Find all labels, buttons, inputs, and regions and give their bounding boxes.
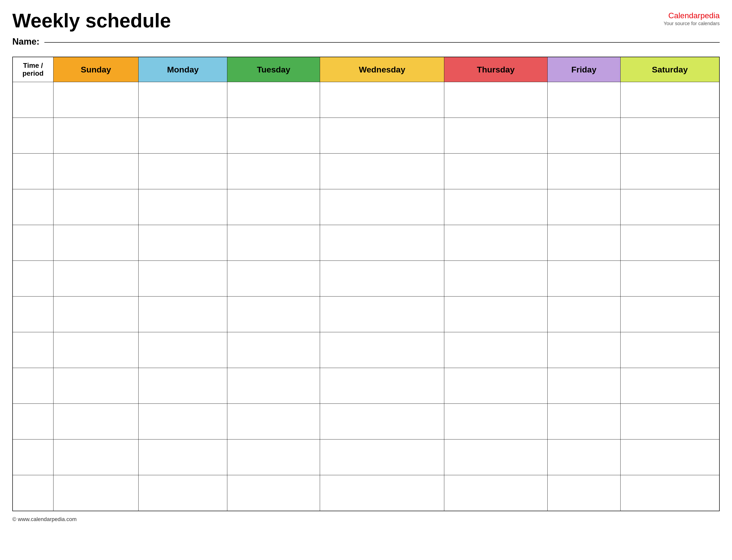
table-cell[interactable] <box>620 118 719 154</box>
table-cell[interactable] <box>227 475 320 511</box>
table-cell[interactable] <box>320 154 444 189</box>
table-cell[interactable] <box>139 297 227 332</box>
table-cell[interactable] <box>227 225 320 261</box>
table-cell[interactable] <box>227 261 320 297</box>
table-cell[interactable] <box>227 439 320 475</box>
table-cell[interactable] <box>53 154 139 189</box>
table-cell[interactable] <box>547 261 620 297</box>
brand-section: Calendarpedia Your source for calendars <box>664 11 720 26</box>
table-cell[interactable] <box>227 189 320 225</box>
table-cell[interactable] <box>620 332 719 368</box>
table-cell[interactable] <box>444 368 547 404</box>
table-cell[interactable] <box>620 475 719 511</box>
table-cell[interactable] <box>139 154 227 189</box>
table-cell[interactable] <box>227 297 320 332</box>
table-cell[interactable] <box>139 261 227 297</box>
table-cell[interactable] <box>53 118 139 154</box>
table-cell[interactable] <box>227 368 320 404</box>
table-cell[interactable] <box>320 475 444 511</box>
table-cell[interactable] <box>53 404 139 439</box>
table-cell[interactable] <box>13 118 53 154</box>
table-cell[interactable] <box>53 225 139 261</box>
table-cell[interactable] <box>139 189 227 225</box>
table-cell[interactable] <box>320 297 444 332</box>
table-cell[interactable] <box>620 154 719 189</box>
table-cell[interactable] <box>139 368 227 404</box>
table-cell[interactable] <box>320 261 444 297</box>
table-cell[interactable] <box>53 261 139 297</box>
table-cell[interactable] <box>547 82 620 118</box>
table-cell[interactable] <box>444 154 547 189</box>
col-header-wednesday: Wednesday <box>320 57 444 82</box>
table-cell[interactable] <box>53 332 139 368</box>
table-cell[interactable] <box>227 154 320 189</box>
table-cell[interactable] <box>620 404 719 439</box>
table-cell[interactable] <box>444 297 547 332</box>
table-cell[interactable] <box>547 332 620 368</box>
table-cell[interactable] <box>444 475 547 511</box>
table-cell[interactable] <box>227 332 320 368</box>
table-cell[interactable] <box>139 404 227 439</box>
table-cell[interactable] <box>320 368 444 404</box>
table-row <box>13 475 719 511</box>
table-cell[interactable] <box>444 261 547 297</box>
table-cell[interactable] <box>547 439 620 475</box>
table-cell[interactable] <box>139 439 227 475</box>
table-cell[interactable] <box>13 225 53 261</box>
table-cell[interactable] <box>53 189 139 225</box>
table-cell[interactable] <box>320 82 444 118</box>
col-header-time: Time / period <box>13 57 53 82</box>
table-cell[interactable] <box>620 261 719 297</box>
table-cell[interactable] <box>620 368 719 404</box>
table-cell[interactable] <box>620 225 719 261</box>
table-cell[interactable] <box>547 118 620 154</box>
table-cell[interactable] <box>620 439 719 475</box>
table-cell[interactable] <box>444 439 547 475</box>
table-cell[interactable] <box>227 82 320 118</box>
table-cell[interactable] <box>444 82 547 118</box>
table-cell[interactable] <box>547 404 620 439</box>
table-cell[interactable] <box>13 439 53 475</box>
table-cell[interactable] <box>53 297 139 332</box>
table-cell[interactable] <box>547 297 620 332</box>
table-cell[interactable] <box>13 475 53 511</box>
table-cell[interactable] <box>13 189 53 225</box>
table-cell[interactable] <box>620 82 719 118</box>
table-cell[interactable] <box>547 154 620 189</box>
table-cell[interactable] <box>320 225 444 261</box>
table-cell[interactable] <box>53 475 139 511</box>
table-cell[interactable] <box>227 118 320 154</box>
table-cell[interactable] <box>320 439 444 475</box>
table-cell[interactable] <box>13 404 53 439</box>
table-cell[interactable] <box>139 225 227 261</box>
table-cell[interactable] <box>444 118 547 154</box>
table-cell[interactable] <box>139 118 227 154</box>
table-cell[interactable] <box>547 189 620 225</box>
table-cell[interactable] <box>444 404 547 439</box>
table-cell[interactable] <box>547 225 620 261</box>
table-cell[interactable] <box>139 82 227 118</box>
table-cell[interactable] <box>227 404 320 439</box>
table-cell[interactable] <box>547 368 620 404</box>
table-cell[interactable] <box>620 297 719 332</box>
table-cell[interactable] <box>444 332 547 368</box>
table-cell[interactable] <box>444 189 547 225</box>
table-cell[interactable] <box>620 189 719 225</box>
table-cell[interactable] <box>13 154 53 189</box>
table-cell[interactable] <box>139 332 227 368</box>
table-cell[interactable] <box>53 82 139 118</box>
table-cell[interactable] <box>13 82 53 118</box>
table-cell[interactable] <box>320 332 444 368</box>
table-cell[interactable] <box>53 439 139 475</box>
table-cell[interactable] <box>13 261 53 297</box>
table-cell[interactable] <box>444 225 547 261</box>
table-cell[interactable] <box>320 189 444 225</box>
table-cell[interactable] <box>13 368 53 404</box>
table-cell[interactable] <box>139 475 227 511</box>
table-cell[interactable] <box>547 475 620 511</box>
table-cell[interactable] <box>53 368 139 404</box>
table-cell[interactable] <box>13 332 53 368</box>
table-cell[interactable] <box>13 297 53 332</box>
table-cell[interactable] <box>320 118 444 154</box>
table-cell[interactable] <box>320 404 444 439</box>
